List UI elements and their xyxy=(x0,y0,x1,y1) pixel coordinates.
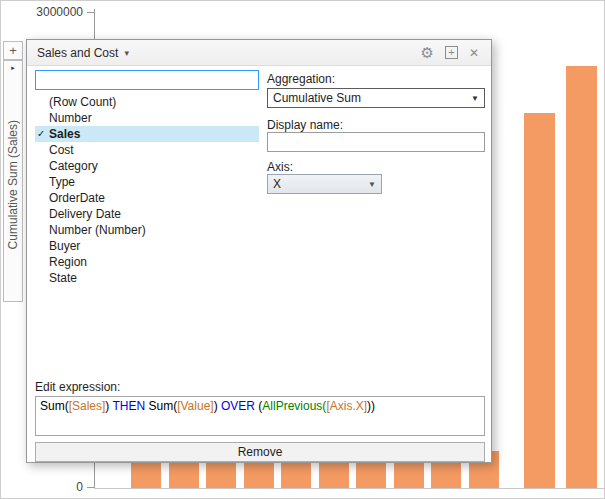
expression-token: OVER xyxy=(221,399,255,413)
y-axis-tick-top xyxy=(87,12,94,13)
field-label: Region xyxy=(49,255,87,269)
x-axis-baseline xyxy=(94,488,605,489)
field-list-item[interactable]: State xyxy=(35,270,259,286)
chevron-down-icon: ▾ xyxy=(124,48,129,58)
field-label: Buyer xyxy=(49,239,80,253)
remove-button[interactable]: Remove xyxy=(35,442,485,462)
field-list-item[interactable]: Delivery Date xyxy=(35,206,259,222)
field-list-item[interactable]: Cost xyxy=(35,142,259,158)
field-list-item[interactable]: Region xyxy=(35,254,259,270)
field-list-item[interactable]: Category xyxy=(35,158,259,174)
aggregation-label: Aggregation: xyxy=(267,72,335,86)
checkmark-icon: ✓ xyxy=(37,126,45,142)
expression-token: AllPrevious( xyxy=(262,399,326,413)
axis-selector-dialog: Sales and Cost ▾ ⚙ + ✕ (Row Count)Number… xyxy=(26,39,492,463)
expression-token: Sum( xyxy=(40,399,69,413)
column-dropdown-button[interactable]: Sales and Cost ▾ xyxy=(37,46,129,60)
field-label: Number (Number) xyxy=(49,223,146,237)
dialog-titlebar: Sales and Cost ▾ ⚙ + ✕ xyxy=(27,40,491,66)
y-axis-label-top: 3000000 xyxy=(9,5,83,19)
field-list-item[interactable]: (Row Count) xyxy=(35,94,259,110)
field-label: Number xyxy=(49,111,92,125)
display-name-input[interactable] xyxy=(267,132,485,152)
field-label: (Row Count) xyxy=(49,95,116,109)
y-axis-label-bottom: 0 xyxy=(9,480,83,494)
chart-bar[interactable] xyxy=(524,113,555,488)
y-axis-selector-tab[interactable]: ▸ Cumulative Sum (Sales) xyxy=(3,60,23,302)
field-label: Category xyxy=(49,159,98,173)
y-axis-selector-label: Cumulative Sum (Sales) xyxy=(6,120,20,249)
field-list: (Row Count)Number✓SalesCostCategoryTypeO… xyxy=(35,94,259,286)
field-label: OrderDate xyxy=(49,191,105,205)
field-label: State xyxy=(49,271,77,285)
gear-icon[interactable]: ⚙ xyxy=(420,45,433,60)
field-label: Sales xyxy=(49,127,80,141)
popout-icon[interactable]: + xyxy=(445,46,458,59)
expression-text: Sum([Sales]) THEN Sum([Value]) OVER (All… xyxy=(36,397,484,416)
field-list-item[interactable]: Buyer xyxy=(35,238,259,254)
chart-bar[interactable] xyxy=(566,66,597,488)
plus-icon: + xyxy=(448,47,454,58)
field-list-item[interactable]: OrderDate xyxy=(35,190,259,206)
field-label: Delivery Date xyxy=(49,207,121,221)
chevron-down-icon: ▼ xyxy=(471,94,479,103)
field-list-item[interactable]: Number (Number) xyxy=(35,222,259,238)
field-search-input[interactable] xyxy=(35,70,259,90)
expression-token: THEN xyxy=(112,399,145,413)
visualization-canvas: 3000000 0 + ▸ Cumulative Sum (Sales) Sal… xyxy=(0,0,605,499)
add-axis-tab[interactable]: + xyxy=(3,41,23,60)
field-label: Cost xyxy=(49,143,74,157)
expression-token: )) xyxy=(367,399,375,413)
aggregation-value: Cumulative Sum xyxy=(273,91,361,105)
triangle-right-icon: ▸ xyxy=(11,64,15,71)
expression-editor[interactable]: Sum([Sales]) THEN Sum([Value]) OVER (All… xyxy=(35,396,485,436)
expression-label: Edit expression: xyxy=(35,380,120,394)
field-label: Type xyxy=(49,175,75,189)
axis-dropdown[interactable]: X ▼ xyxy=(267,174,382,194)
expression-token: Sum( xyxy=(145,399,177,413)
titlebar-icons: ⚙ + ✕ xyxy=(420,45,479,60)
field-list-item[interactable]: Number xyxy=(35,110,259,126)
expression-token: [Sales] xyxy=(69,399,106,413)
aggregation-dropdown[interactable]: Cumulative Sum ▼ xyxy=(267,88,485,108)
display-name-label: Display name: xyxy=(267,118,343,132)
plus-icon: + xyxy=(9,43,17,58)
dialog-title: Sales and Cost xyxy=(37,46,118,60)
y-axis-tick-bottom xyxy=(87,487,94,488)
axis-label: Axis: xyxy=(267,160,293,174)
dialog-body: (Row Count)Number✓SalesCostCategoryTypeO… xyxy=(27,66,491,462)
field-list-item[interactable]: ✓Sales xyxy=(35,126,259,142)
chevron-down-icon: ▼ xyxy=(368,180,376,189)
expression-token: ) xyxy=(214,399,221,413)
axis-value: X xyxy=(273,177,281,191)
expression-token: [Value] xyxy=(177,399,213,413)
close-icon[interactable]: ✕ xyxy=(469,47,479,59)
expression-token: [Axis.X] xyxy=(326,399,367,413)
field-list-item[interactable]: Type xyxy=(35,174,259,190)
